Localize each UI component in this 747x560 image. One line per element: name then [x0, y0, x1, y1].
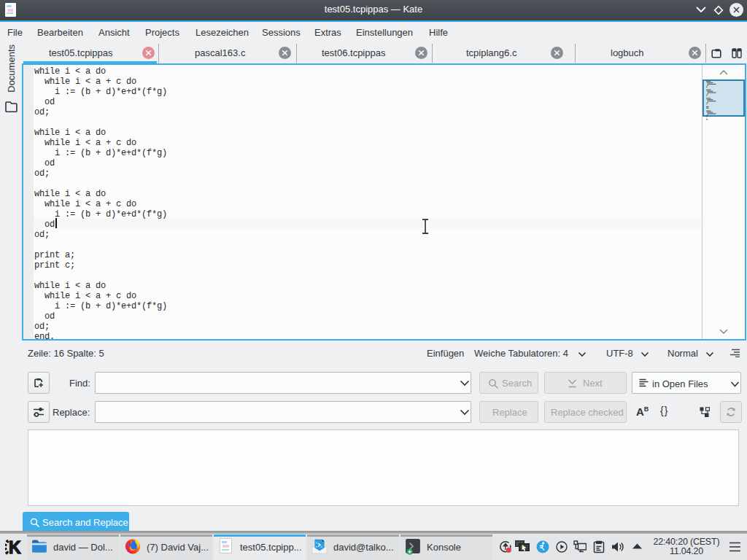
svg-text:K: K	[9, 538, 21, 556]
